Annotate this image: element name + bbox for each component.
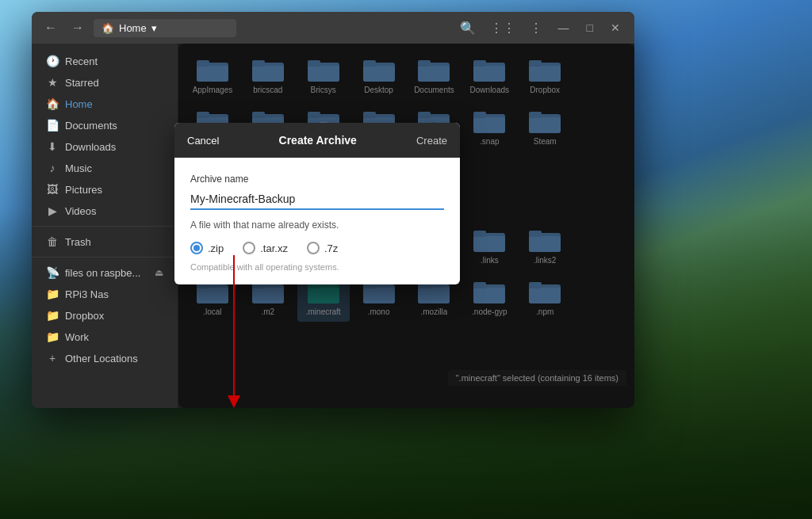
format-radio-group: .zip .tar.xz .7z	[190, 242, 444, 254]
pictures-icon: 🖼	[46, 183, 59, 196]
archive-name-input[interactable]	[190, 189, 444, 210]
recent-icon: 🕐	[46, 55, 59, 67]
sidebar-label-videos: Videos	[65, 205, 97, 217]
dialog-cancel-button[interactable]: Cancel	[174, 123, 232, 158]
zip-radio[interactable]	[190, 242, 203, 254]
sidebar-item-music[interactable]: ♪ Music	[35, 158, 174, 178]
sidebar-item-other-locations[interactable]: + Other Locations	[35, 348, 174, 368]
titlebar: ← → 🏠 Home ▾ 🔍 ⋮⋮ ⋮ — □ ✕	[32, 12, 634, 44]
sidebar-item-pictures[interactable]: 🖼 Pictures	[35, 179, 174, 200]
tarxz-label: .tar.xz	[260, 242, 288, 254]
sidebar-item-downloads[interactable]: ⬇ Downloads	[35, 136, 174, 157]
sidebar-label-files-raspbe: files on raspbe...	[65, 267, 140, 279]
sidebar-label-dropbox: Dropbox	[65, 310, 104, 322]
minimize-button[interactable]: —	[552, 18, 576, 37]
sidebar-label-downloads: Downloads	[65, 141, 116, 153]
7z-radio[interactable]	[307, 242, 320, 254]
sidebar-label-documents: Documents	[65, 120, 117, 132]
format-7z-option[interactable]: .7z	[307, 242, 338, 254]
sidebar-label-trash: Trash	[65, 236, 91, 248]
sidebar-label-recent: Recent	[65, 55, 98, 67]
sidebar-divider-1	[32, 226, 178, 227]
home-sidebar-icon: 🏠	[46, 97, 59, 110]
other-locations-icon: +	[46, 352, 59, 364]
location-text: Home	[119, 22, 147, 34]
sidebar-divider-2	[32, 257, 178, 258]
sidebar-item-home[interactable]: 🏠 Home	[35, 93, 174, 114]
sidebar-label-starred: Starred	[65, 77, 99, 89]
videos-icon: ▶	[46, 204, 59, 217]
sidebar-label-pictures: Pictures	[65, 184, 102, 196]
back-button[interactable]: ←	[40, 17, 62, 38]
archive-name-label: Archive name	[190, 174, 444, 185]
dialog-body: Archive name A file with that name alrea…	[174, 158, 460, 284]
home-icon: 🏠	[102, 22, 114, 34]
view-icon[interactable]: ⋮⋮	[485, 17, 520, 39]
work-icon: 📁	[46, 330, 59, 343]
eject-icon[interactable]: ⏏	[155, 267, 163, 278]
sidebar-item-starred[interactable]: ★ Starred	[35, 72, 174, 93]
music-icon: ♪	[46, 162, 59, 174]
trash-icon: 🗑	[46, 235, 59, 248]
dialog-title: Create Archive	[232, 134, 404, 147]
network-icon: 📡	[46, 266, 59, 279]
maximize-button[interactable]: □	[580, 18, 599, 37]
sidebar-label-rpi3nas: RPi3 Nas	[65, 288, 109, 300]
sidebar-item-dropbox[interactable]: 📁 Dropbox	[35, 305, 174, 326]
zip-label: .zip	[208, 242, 224, 254]
dialog-create-button[interactable]: Create	[404, 123, 460, 158]
sidebar-item-files-raspbe[interactable]: 📡 files on raspbe... ⏏	[35, 262, 174, 283]
starred-icon: ★	[46, 76, 59, 89]
sidebar-item-work[interactable]: 📁 Work	[35, 326, 174, 347]
warning-text: A file with that name already exists.	[190, 219, 444, 231]
sidebar-label-work: Work	[65, 331, 89, 343]
downloads-icon: ⬇	[46, 140, 59, 153]
sidebar: 🕐 Recent ★ Starred 🏠 Home 📄 Documents ⬇ …	[32, 44, 178, 408]
sidebar-item-documents[interactable]: 📄 Documents	[35, 115, 174, 135]
rpi3-icon: 📁	[46, 288, 59, 300]
sidebar-label-other-locations: Other Locations	[65, 353, 138, 364]
compat-hint: Compatible with all operating systems.	[190, 262, 444, 272]
dropbox-icon: 📁	[46, 309, 59, 322]
sidebar-item-rpi3nas[interactable]: 📁 RPi3 Nas	[35, 284, 174, 304]
sidebar-item-trash[interactable]: 🗑 Trash	[35, 231, 174, 252]
tarxz-radio[interactable]	[243, 242, 255, 254]
location-bar[interactable]: 🏠 Home ▾	[94, 19, 236, 37]
sidebar-item-recent[interactable]: 🕐 Recent	[35, 51, 174, 71]
sidebar-label-music: Music	[65, 162, 92, 174]
7z-label: .7z	[324, 242, 338, 254]
sidebar-item-videos[interactable]: ▶ Videos	[35, 200, 174, 221]
menu-icon[interactable]: ⋮	[525, 17, 547, 39]
search-icon[interactable]: 🔍	[455, 17, 481, 39]
dropdown-icon: ▾	[151, 22, 157, 34]
create-archive-dialog: Cancel Create Archive Create Archive nam…	[174, 123, 460, 284]
format-zip-option[interactable]: .zip	[190, 242, 224, 254]
documents-icon: 📄	[46, 119, 59, 132]
forward-button[interactable]: →	[67, 17, 89, 38]
dialog-header: Cancel Create Archive Create	[174, 123, 460, 158]
close-button[interactable]: ✕	[604, 18, 626, 37]
sidebar-label-home: Home	[65, 98, 93, 110]
format-tarxz-option[interactable]: .tar.xz	[243, 242, 288, 254]
